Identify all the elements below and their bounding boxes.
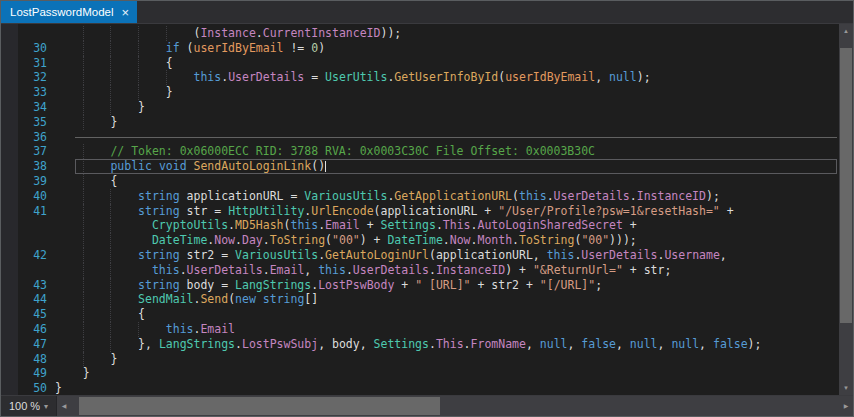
code-token: string (138, 189, 180, 203)
scroll-right-icon[interactable]: ▶ (839, 396, 853, 416)
line-number: 44 (1, 292, 47, 307)
code-text: string body = LangStrings.LostPswBody + … (55, 278, 602, 293)
code-token: } (110, 352, 117, 366)
code-text: if (userIdByEmail != 0) (55, 41, 325, 56)
code-token: GetUserInfoById (394, 70, 498, 84)
code-token: + (394, 278, 415, 292)
code-token: . (256, 26, 263, 40)
code-token: Send (200, 292, 228, 306)
line-number: 48 (1, 352, 47, 367)
code-line: 32 this.UserDetails = UserUtils.GetUserI… (1, 70, 839, 85)
code-token: " [URL]" (415, 278, 470, 292)
indent-guide-line (110, 85, 111, 100)
code-token: str (187, 204, 208, 218)
code-text: (Instance.CurrentInstanceID)); (55, 26, 401, 41)
code-token: UserDetails (353, 263, 429, 277)
code-token: userIdByEmail (194, 41, 284, 55)
vertical-scroll-thumb[interactable] (840, 48, 852, 322)
code-token: . (263, 263, 270, 277)
code-token: Email (200, 322, 235, 336)
code-token: DateTime (387, 233, 442, 247)
code-editor[interactable]: (Instance.CurrentInstanceID));30 if (use… (1, 23, 853, 395)
code-token: ); (637, 70, 651, 84)
code-token: Email (270, 263, 305, 277)
code-text: } (55, 381, 62, 395)
code-token: ( (374, 204, 381, 218)
scroll-left-icon[interactable]: ◀ (57, 396, 71, 416)
code-line: 45 { (1, 307, 839, 322)
indent-guide-line (83, 278, 84, 293)
code-token: DateTime (152, 233, 207, 247)
indent-guide-line (83, 144, 84, 159)
code-token: . (429, 263, 436, 277)
indent-guide-line (83, 85, 84, 100)
code-token: this (290, 218, 318, 232)
code-token: SendMail (138, 292, 193, 306)
tab-close-icon[interactable]: × (122, 6, 130, 19)
code-token: new (235, 292, 256, 306)
code-token: , (318, 337, 332, 351)
code-token: if (166, 41, 180, 55)
code-token: SendAutoLoginLink (194, 159, 312, 173)
code-token: userIdByEmail (505, 70, 595, 84)
code-token: ( (512, 189, 519, 203)
indent-guide-line (110, 41, 111, 56)
indent-guide-line (110, 204, 111, 219)
zoom-control[interactable]: 100 % ▾ (1, 396, 57, 416)
code-line: 36 (1, 130, 839, 145)
indent-guide-line (110, 56, 111, 71)
horizontal-scroll-track[interactable] (71, 396, 839, 416)
horizontal-scroll-thumb[interactable] (79, 397, 440, 415)
line-number: 46 (1, 322, 47, 337)
indent-guide-line (110, 337, 111, 352)
indent-guide-line (83, 189, 84, 204)
code-token: . (443, 233, 450, 247)
code-token: () (311, 159, 325, 173)
code-line: (Instance.CurrentInstanceID)); (1, 26, 839, 41)
indent-guide-line (83, 115, 84, 130)
scroll-down-icon[interactable]: ▼ (839, 381, 853, 395)
code-token: public (110, 159, 152, 173)
code-token: = (284, 189, 305, 203)
code-token: null (671, 337, 699, 351)
indent-guide-line (138, 26, 139, 41)
code-line: 41 string str = HttpUtility.UrlEncode(ap… (1, 204, 839, 219)
code-token: + (471, 278, 492, 292)
code-token: Month (477, 233, 512, 247)
code-token: void (159, 159, 187, 173)
code-token: "&ReturnUrl=" (533, 263, 623, 277)
code-token: , (699, 337, 713, 351)
code-token: this (152, 263, 180, 277)
code-token: , (720, 248, 727, 262)
code-token: + (623, 263, 644, 277)
line-number: 43 (1, 278, 47, 293)
line-number: 31 (1, 56, 47, 71)
vertical-scrollbar[interactable]: ▲ ▼ (839, 24, 853, 395)
code-token: This (436, 337, 464, 351)
code-token: ); (748, 337, 762, 351)
indent-guide-line (83, 159, 84, 174)
code-token: ; (595, 278, 602, 292)
horizontal-scrollbar[interactable]: ◀ ▶ (57, 396, 853, 416)
line-number: 35 (1, 115, 47, 130)
scroll-up-icon[interactable]: ▲ (839, 24, 853, 38)
code-text: }, LangStrings.LostPswSubj, body, Settin… (55, 337, 761, 352)
code-text: public void SendAutoLoginLink() (55, 159, 326, 174)
tab-lostpasswordmodel[interactable]: LostPasswordModel × (1, 1, 137, 23)
code-token: . (464, 337, 471, 351)
indent-guide-line (166, 26, 167, 41)
code-token: body (332, 337, 360, 351)
indent-guide-line (83, 292, 84, 307)
line-number: 41 (1, 204, 47, 219)
code-token: , (360, 337, 374, 351)
vertical-scroll-track[interactable] (839, 38, 853, 381)
code-token: LangStrings (235, 278, 311, 292)
code-token: str2 (491, 278, 519, 292)
code-token: LostPswBody (318, 278, 394, 292)
code-token: ( (429, 248, 436, 262)
code-token: . (346, 263, 353, 277)
code-token: applicationURL (436, 248, 533, 262)
code-token: GetAutoLoginUrl (325, 248, 429, 262)
indent-guide-line (110, 307, 111, 322)
code-token: . (429, 337, 436, 351)
